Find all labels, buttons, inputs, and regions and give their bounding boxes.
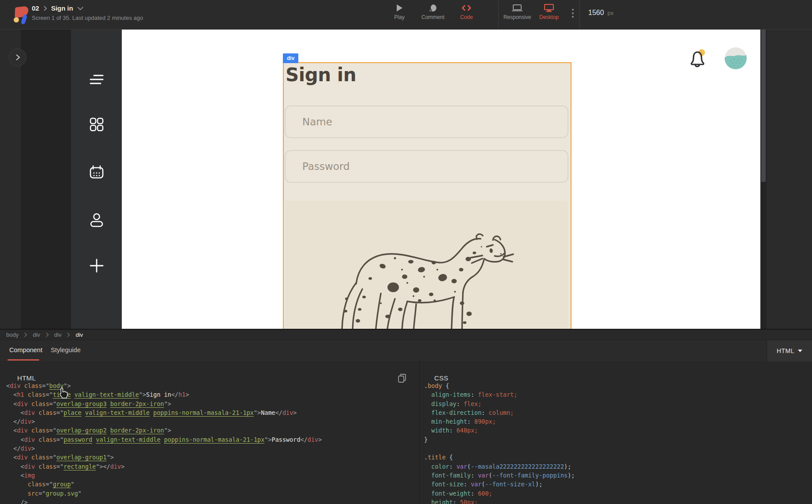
- code-line: <div class="password valign-text-middle …: [6, 435, 322, 444]
- design-page[interactable]: div Sign in Name Password: [122, 30, 760, 330]
- code-line: }: [424, 435, 575, 444]
- avatar[interactable]: [725, 47, 747, 69]
- play-button[interactable]: Play: [387, 4, 412, 20]
- element-breadcrumb: body div div div: [0, 330, 812, 340]
- play-icon: [396, 4, 403, 12]
- comment-icon: [429, 4, 437, 12]
- html-panel[interactable]: HTML <div class="body"> <h1 class="title…: [0, 361, 419, 504]
- code-line: flex-direction: column;: [424, 408, 575, 417]
- desktop-mode-button[interactable]: Desktop: [536, 4, 562, 20]
- canvas-scrollbar-thumb[interactable]: [761, 30, 766, 182]
- language-selector[interactable]: HTML: [767, 340, 812, 361]
- code-line: color: var(--masala222222222222222222);: [424, 462, 575, 471]
- logo-yellow-dot: [14, 17, 19, 23]
- css-panel[interactable]: CSS .body { align-items: flex-start; dis…: [419, 361, 812, 504]
- code-line: font-weight: 600;: [424, 489, 575, 498]
- breadcrumb-item-div-1[interactable]: div: [33, 331, 40, 338]
- code-line: height: 50px;: [424, 498, 575, 504]
- calendar-icon[interactable]: [89, 165, 104, 180]
- more-options-button[interactable]: [570, 9, 576, 21]
- desktop-label: Desktop: [539, 14, 559, 20]
- grid-icon[interactable]: [89, 117, 104, 132]
- code-line: .title {: [424, 453, 575, 462]
- css-code[interactable]: .body { align-items: flex-start; display…: [424, 381, 575, 504]
- copy-code-button[interactable]: [397, 373, 407, 383]
- code-line: <div class="overlap-group1">: [6, 453, 322, 462]
- topbar-divider-2: [579, 0, 580, 30]
- breadcrumb-item-div-2[interactable]: div: [54, 331, 62, 338]
- code-line: <h1 class="title valign-text-middle">Sig…: [6, 390, 322, 399]
- code-line: font-family: var(--font-family-poppins);: [424, 471, 575, 480]
- play-label: Play: [394, 14, 404, 20]
- canvas-right-strip: [767, 30, 812, 330]
- selected-tag-badge: div: [283, 53, 298, 63]
- screen-title[interactable]: Sign in: [51, 4, 73, 12]
- code-line: src="group.svg": [6, 489, 322, 498]
- html-panel-title: HTML: [17, 374, 36, 382]
- selected-element-overlay[interactable]: div Sign in Name Password: [283, 62, 571, 330]
- app-logo-icon[interactable]: [12, 6, 29, 24]
- chevron-down-icon: [798, 350, 802, 352]
- code-line: align-items: flex-start;: [424, 390, 575, 399]
- tab-component[interactable]: Component: [9, 346, 42, 354]
- comment-button[interactable]: Comment: [420, 4, 446, 20]
- comment-label: Comment: [421, 14, 444, 20]
- viewport-width-unit: px: [608, 10, 614, 16]
- code-line: .body {: [424, 381, 575, 390]
- breadcrumb-item-body[interactable]: body: [6, 331, 19, 338]
- viewport-modes: Responsive Desktop: [504, 4, 562, 20]
- expand-panel-button[interactable]: [9, 49, 26, 66]
- notification-bell-button[interactable]: [686, 47, 708, 69]
- design-canvas: div Sign in Name Password: [0, 30, 812, 330]
- laptop-icon: [511, 4, 523, 12]
- code-line: />: [6, 498, 322, 504]
- code-line: display: flex;: [424, 399, 575, 408]
- language-selector-value: HTML: [777, 347, 794, 354]
- code-line: [424, 444, 575, 453]
- code-line: min-height: 890px;: [424, 417, 575, 426]
- responsive-mode-button[interactable]: Responsive: [504, 4, 530, 20]
- password-input[interactable]: Password: [285, 150, 568, 183]
- chevron-down-icon[interactable]: [77, 6, 83, 10]
- menu-icon[interactable]: [89, 72, 104, 87]
- code-button[interactable]: Code: [454, 4, 479, 20]
- chevron-right-icon: [15, 54, 20, 61]
- topbar-divider: [498, 0, 499, 30]
- illustration-block: [285, 201, 568, 330]
- code-area: HTML <div class="body"> <h1 class="title…: [0, 361, 812, 504]
- chevron-right-icon: [67, 332, 70, 337]
- viewport-width[interactable]: 1560px: [588, 9, 613, 17]
- topbar-actions: Play Comment Code: [387, 4, 479, 20]
- code-label: Code: [460, 14, 473, 20]
- canvas-scrollbar-track[interactable]: [760, 30, 767, 330]
- screen-subtitle: Screen 1 of 35. Last updated 2 minutes a…: [32, 15, 143, 21]
- code-line: font-size: var(--font-size-xl);: [424, 480, 575, 489]
- user-icon[interactable]: [89, 212, 104, 227]
- screen-number: 02: [32, 4, 39, 12]
- code-line: </div>: [6, 444, 322, 453]
- panel-tabs: Component Styleguide HTML: [0, 340, 812, 361]
- canvas-left-strip: [0, 30, 21, 330]
- password-placeholder: Password: [302, 161, 350, 172]
- tab-styleguide[interactable]: Styleguide: [51, 346, 81, 354]
- responsive-label: Responsive: [504, 14, 531, 20]
- code-line: width: 648px;: [424, 426, 575, 435]
- viewport-width-value[interactable]: 1560: [588, 9, 604, 16]
- code-line: <img: [6, 471, 322, 480]
- desktop-icon: [544, 4, 554, 12]
- design-heading: Sign in: [286, 64, 356, 86]
- name-placeholder: Name: [302, 116, 332, 128]
- code-line: <div class="body">: [6, 381, 322, 390]
- code-line: <div class="place valign-text-middle pop…: [6, 408, 322, 417]
- active-tab-underline: [8, 359, 39, 361]
- chevron-right-icon: [43, 6, 47, 11]
- name-input[interactable]: Name: [285, 105, 568, 138]
- css-panel-title: CSS: [434, 374, 448, 382]
- plus-icon[interactable]: [89, 258, 104, 273]
- code-line: <div class="overlap-group3 border-2px-ir…: [6, 399, 322, 408]
- topbar: 02 Sign in Screen 1 of 35. Last updated …: [0, 0, 812, 30]
- breadcrumb-item-div-3[interactable]: div: [75, 331, 83, 338]
- code-line: </div>: [6, 417, 322, 426]
- html-code[interactable]: <div class="body"> <h1 class="title vali…: [6, 381, 322, 504]
- code-line: <div class="overlap-group2 border-2px-ir…: [6, 426, 322, 435]
